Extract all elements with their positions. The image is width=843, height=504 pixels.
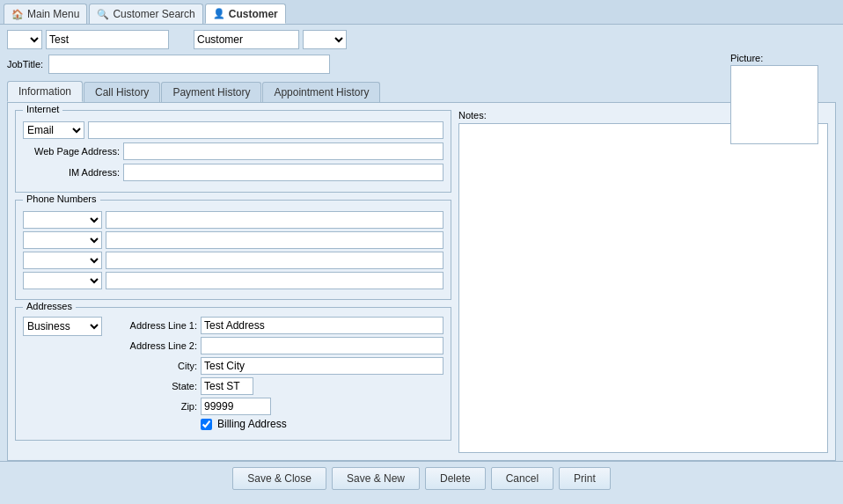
phone-row-1 bbox=[23, 211, 443, 229]
section-tabs: Information Call History Payment History… bbox=[7, 81, 836, 102]
spacer-input bbox=[172, 30, 190, 49]
first-name-input[interactable]: Test bbox=[46, 30, 169, 49]
phone-type-1[interactable] bbox=[23, 211, 102, 229]
addr-line2-input[interactable] bbox=[201, 337, 443, 354]
addr-zip-input[interactable]: 99999 bbox=[201, 398, 271, 415]
phone-row-4 bbox=[23, 272, 443, 289]
addr-city-input[interactable]: Test City bbox=[201, 357, 443, 375]
phone-section-title: Phone Numbers bbox=[23, 194, 100, 204]
address-inner: Business Home Other Address Line 1: Test… bbox=[23, 317, 443, 433]
addr-city-label: City: bbox=[109, 361, 197, 371]
job-title-input[interactable] bbox=[48, 55, 330, 74]
tab-customer-label: Customer bbox=[229, 8, 278, 20]
picture-label: Picture: bbox=[730, 53, 836, 63]
delete-button[interactable]: Delete bbox=[425, 467, 486, 490]
tab-panel-information: Internet Email Work Email Home Email Web… bbox=[7, 102, 836, 461]
bottom-bar: Save & Close Save & New Delete Cancel Pr… bbox=[0, 461, 843, 495]
print-button[interactable]: Print bbox=[559, 467, 611, 490]
web-page-row: Web Page Address: bbox=[23, 142, 443, 160]
addr-city-row: City: Test City bbox=[109, 357, 443, 375]
im-row: IM Address: bbox=[23, 164, 443, 181]
addr-line1-row: Address Line 1: Test Address bbox=[109, 317, 443, 334]
phone-row-2 bbox=[23, 231, 443, 249]
email-type-select[interactable]: Email Work Email Home Email bbox=[23, 121, 84, 139]
search-icon: 🔍 bbox=[97, 9, 109, 20]
addresses-section: Addresses Business Home Other Address Li… bbox=[15, 307, 451, 441]
web-page-input[interactable] bbox=[123, 142, 443, 160]
header-row: Mr. Ms. Mrs. Dr. Test Customer Jr. Sr. I… bbox=[7, 30, 836, 49]
left-panel: Internet Email Work Email Home Email Web… bbox=[15, 110, 451, 453]
suffix-select[interactable]: Jr. Sr. II III bbox=[303, 30, 347, 49]
notes-textarea[interactable] bbox=[458, 123, 828, 453]
picture-area: Picture: bbox=[730, 53, 836, 144]
im-label: IM Address: bbox=[23, 167, 120, 178]
phone-section: Phone Numbers bbox=[15, 200, 451, 300]
tab-call-history-label: Call History bbox=[95, 86, 149, 99]
address-fields: Address Line 1: Test Address Address Lin… bbox=[109, 317, 443, 433]
job-title-row: JobTitle: bbox=[7, 55, 836, 74]
web-page-label: Web Page Address: bbox=[23, 146, 120, 157]
addresses-section-title: Addresses bbox=[23, 301, 76, 311]
phone-input-3[interactable] bbox=[106, 252, 443, 269]
addr-billing-label: Billing Address bbox=[217, 418, 287, 430]
addr-state-label: State: bbox=[109, 381, 197, 391]
internet-section-title: Internet bbox=[23, 104, 62, 114]
title-bar: 🏠 Main Menu 🔍 Customer Search 👤 Customer bbox=[0, 0, 843, 25]
tab-payment-history[interactable]: Payment History bbox=[161, 82, 261, 102]
tab-main-menu[interactable]: 🏠 Main Menu bbox=[4, 4, 87, 24]
tab-customer-search[interactable]: 🔍 Customer Search bbox=[89, 4, 202, 24]
addr-zip-label: Zip: bbox=[109, 401, 197, 412]
addr-state-input[interactable]: Test ST bbox=[201, 377, 253, 395]
cancel-button[interactable]: Cancel bbox=[491, 467, 553, 490]
save-close-button[interactable]: Save & Close bbox=[232, 467, 326, 490]
customer-tab-icon: 👤 bbox=[213, 8, 225, 19]
addr-line1-label: Address Line 1: bbox=[109, 320, 197, 331]
addr-billing-row: Billing Address bbox=[109, 418, 443, 430]
job-title-label: JobTitle: bbox=[7, 59, 43, 69]
tab-payment-history-label: Payment History bbox=[172, 86, 250, 99]
addr-line2-row: Address Line 2: bbox=[109, 337, 443, 354]
tab-appointment-history-label: Appointment History bbox=[274, 86, 369, 99]
addr-billing-checkbox[interactable] bbox=[201, 419, 212, 430]
tab-main-menu-label: Main Menu bbox=[27, 8, 79, 20]
phone-input-2[interactable] bbox=[106, 231, 443, 249]
phone-input-4[interactable] bbox=[106, 272, 443, 289]
addr-zip-row: Zip: 99999 bbox=[109, 398, 443, 415]
phone-type-2[interactable] bbox=[23, 231, 102, 249]
last-name-input[interactable]: Customer bbox=[194, 30, 299, 49]
phone-type-3[interactable] bbox=[23, 252, 102, 269]
addr-line2-label: Address Line 2: bbox=[109, 340, 197, 351]
prefix-select[interactable]: Mr. Ms. Mrs. Dr. bbox=[7, 30, 42, 49]
addr-state-row: State: Test ST bbox=[109, 377, 443, 395]
tab-appointment-history[interactable]: Appointment History bbox=[262, 82, 380, 102]
tab-customer[interactable]: 👤 Customer bbox=[205, 4, 286, 24]
tab-information[interactable]: Information bbox=[7, 81, 83, 102]
im-input[interactable] bbox=[123, 164, 443, 181]
internet-section: Internet Email Work Email Home Email Web… bbox=[15, 110, 451, 193]
email-input[interactable] bbox=[88, 121, 443, 139]
email-row: Email Work Email Home Email bbox=[23, 121, 443, 139]
tab-information-label: Information bbox=[18, 85, 71, 98]
save-new-button[interactable]: Save & New bbox=[332, 467, 420, 490]
phone-input-1[interactable] bbox=[106, 211, 443, 229]
tab-customer-search-label: Customer Search bbox=[113, 8, 194, 20]
phone-type-4[interactable] bbox=[23, 272, 102, 289]
home-icon: 🏠 bbox=[11, 9, 24, 20]
address-type-select[interactable]: Business Home Other bbox=[23, 317, 102, 336]
notes-area: Notes: bbox=[458, 110, 828, 453]
addr-line1-input[interactable]: Test Address bbox=[201, 317, 443, 334]
picture-box bbox=[730, 65, 818, 144]
phone-row-3 bbox=[23, 252, 443, 269]
tab-call-history[interactable]: Call History bbox=[84, 82, 160, 102]
